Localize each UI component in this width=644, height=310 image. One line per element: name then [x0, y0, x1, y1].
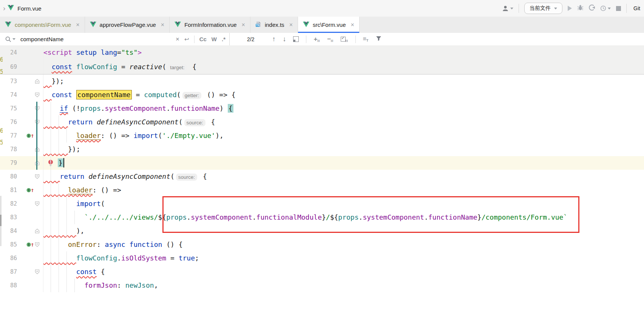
code-token: isOldSystem [121, 254, 166, 262]
fold-marker-icon[interactable] [35, 242, 40, 247]
line-number[interactable]: 69 [0, 60, 24, 74]
fold-marker-icon[interactable] [35, 228, 40, 234]
debug-button[interactable] [577, 5, 584, 12]
run-button[interactable] [568, 6, 572, 11]
implementation-marker-icon[interactable]: I↑ [26, 133, 34, 139]
code-token: { [228, 104, 233, 113]
line-number[interactable]: 77 [0, 129, 24, 143]
filter-search-button[interactable] [376, 36, 381, 43]
line-number[interactable]: 74 [0, 88, 24, 102]
fold-marker-icon[interactable] [35, 92, 40, 98]
search-options-button[interactable] [5, 36, 15, 42]
line-number[interactable]: 86 [0, 251, 24, 265]
user-account-button[interactable] [502, 6, 513, 11]
code-line-81[interactable]: 81I↑ loader: () => [0, 183, 644, 197]
whole-words-toggle[interactable]: W [212, 36, 217, 42]
fold-marker-icon[interactable] [35, 269, 40, 274]
code-line-77[interactable]: 77I↑ loader: () => import('./Empty.vue')… [0, 129, 644, 143]
next-occurrence-button[interactable]: ↓ [283, 35, 286, 43]
select-all-occurrences-button[interactable]: ✓II [341, 36, 348, 43]
code-token: defineAsyncComponent [97, 118, 179, 126]
code-line-79[interactable]: 79 ! } [0, 156, 644, 170]
code-line-87[interactable]: 87 const { [0, 265, 644, 279]
left-scrollbar-fragment[interactable] [0, 196, 2, 246]
open-in-find-window-button[interactable] [293, 36, 299, 42]
match-case-toggle[interactable]: Cc [199, 36, 207, 42]
line-number[interactable]: 73 [0, 74, 24, 88]
line-number[interactable]: 88 [0, 279, 24, 292]
close-tab-icon[interactable]: × [351, 22, 354, 28]
code-token: <script [43, 48, 72, 56]
code-token: : () => [93, 186, 121, 194]
code-token [43, 240, 68, 248]
fold-marker-icon[interactable] [35, 174, 40, 179]
line-number[interactable]: 84 [0, 224, 24, 238]
code-token: `./../../../views/ [84, 213, 158, 221]
sticky-lines: 24<script setup lang="ts">69 const flowC… [0, 45, 644, 74]
new-line-icon[interactable]: ↩ [184, 36, 189, 42]
line-number[interactable]: 76 [0, 115, 24, 129]
previous-occurrence-button[interactable]: ↑ [272, 35, 275, 43]
clear-search-icon[interactable]: × [176, 36, 179, 42]
line-number[interactable]: 80 [0, 170, 24, 183]
tab-index-ts[interactable]: TSindex.ts× [250, 17, 298, 33]
line-number[interactable]: 75 [0, 102, 24, 115]
vue-file-icon [303, 22, 309, 28]
line-number[interactable]: 83 [0, 211, 24, 224]
fold-marker-icon[interactable] [35, 160, 40, 166]
code-line-73[interactable]: 73 }); [0, 74, 644, 88]
close-tab-icon[interactable]: × [289, 22, 293, 28]
line-number[interactable]: 85 [0, 238, 24, 251]
line-number[interactable]: 87 [0, 265, 24, 279]
profiler-button[interactable] [589, 5, 595, 12]
close-tab-icon[interactable]: × [161, 22, 164, 28]
fold-marker-icon[interactable] [35, 119, 40, 125]
code-token: ( [177, 91, 181, 99]
tab-components-form-vue[interactable]: components\Form.vue× [0, 17, 85, 33]
search-field[interactable]: componentName × ↩ Cc W .* [0, 33, 230, 45]
code-token: newJson [125, 281, 154, 289]
close-tab-icon[interactable]: × [76, 22, 79, 28]
line-number[interactable]: 24 [0, 45, 24, 60]
tab-src-form-vue[interactable]: src\Form.vue× [298, 17, 360, 33]
code-line-80[interactable]: 80 return defineAsyncComponent(source: { [0, 170, 644, 183]
indent-guide [66, 251, 67, 292]
code-line-69[interactable]: 69 const flowConfig = reactive(target: { [0, 60, 644, 74]
code-line-74[interactable]: 74 const componentName = computed(getter… [0, 88, 644, 102]
close-tab-icon[interactable]: × [242, 22, 245, 28]
code-line-24[interactable]: 24<script setup lang="ts"> [0, 45, 644, 60]
code-line-85[interactable]: 85I↑ onError: async function () { [0, 238, 644, 251]
line-number[interactable]: 79 [0, 156, 24, 170]
code-line-88[interactable]: 88 formJson: newJson, [0, 279, 644, 292]
code-line-75[interactable]: 75 if (!props.systemComponent.functionNa… [0, 102, 644, 115]
search-input[interactable]: componentName [20, 36, 171, 42]
code-token: loader [76, 132, 101, 140]
line-number[interactable]: 78 [0, 143, 24, 156]
code-token: = [117, 48, 121, 56]
remove-occurrence-button[interactable]: −II [327, 36, 334, 43]
filter-lines-button[interactable]: ≡T [363, 36, 369, 42]
implementation-marker-icon[interactable]: I↑ [26, 242, 34, 248]
code-editor[interactable]: 24<script setup lang="ts">69 const flowC… [0, 45, 644, 310]
clipped-digit: 5 [0, 139, 3, 146]
code-line-76[interactable]: 76 return defineAsyncComponent(source: { [0, 115, 644, 129]
line-number[interactable]: 82 [0, 197, 24, 211]
tab-label: FormInformation.vue [184, 22, 236, 28]
fold-marker-icon[interactable] [35, 79, 40, 84]
stop-button[interactable] [616, 6, 621, 11]
run-configuration-selector[interactable]: 当前文件 [524, 3, 562, 14]
git-menu[interactable]: Git [633, 5, 640, 11]
line-number[interactable]: 81 [0, 183, 24, 197]
tab-forminformation-vue[interactable]: FormInformation.vue× [170, 17, 250, 33]
run-history-button[interactable] [600, 5, 611, 11]
implementation-marker-icon[interactable]: I↑ [26, 187, 34, 193]
tab-approveflowpage-vue[interactable]: approveFlowPage.vue× [85, 17, 170, 33]
code-line-78[interactable]: 78 }); [0, 143, 644, 156]
divider [306, 36, 306, 43]
fold-marker-icon[interactable] [35, 147, 40, 152]
add-occurrence-button[interactable]: +II [314, 36, 320, 43]
fold-marker-icon[interactable] [35, 201, 40, 206]
code-line-86[interactable]: 86 flowConfig.isOldSystem = true; [0, 251, 644, 265]
regex-toggle[interactable]: .* [222, 36, 225, 42]
fold-marker-icon[interactable] [35, 106, 40, 111]
